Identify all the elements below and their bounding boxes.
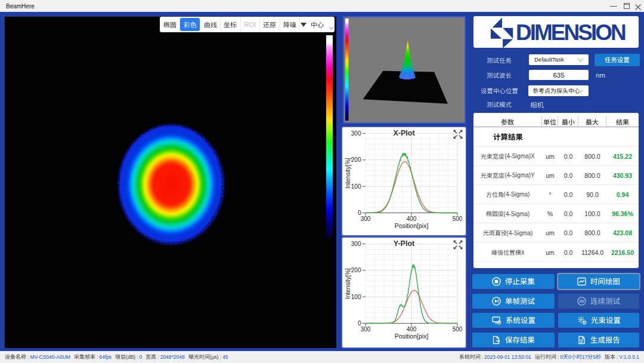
svg-text:Y-Plot: Y-Plot — [394, 239, 415, 248]
svg-text:300: 300 — [361, 216, 371, 222]
svg-text:Position[pix]: Position[pix] — [395, 222, 429, 229]
svg-text:500: 500 — [453, 216, 463, 222]
svg-text:Intensity[%]: Intensity[%] — [345, 158, 351, 189]
svg-text:300: 300 — [351, 130, 361, 137]
svg-text:Position[pix]: Position[pix] — [395, 333, 429, 340]
svg-text:Intensity[%]: Intensity[%] — [345, 268, 351, 299]
svg-text:300: 300 — [361, 326, 371, 333]
svg-text:100: 100 — [351, 294, 361, 300]
svg-text:X-Plot: X-Plot — [393, 129, 415, 137]
svg-text:400: 400 — [407, 216, 417, 222]
svg-text:200: 200 — [351, 267, 361, 273]
svg-text:300: 300 — [351, 241, 361, 247]
svg-text:100: 100 — [351, 183, 361, 190]
svg-text:500: 500 — [453, 326, 463, 333]
svg-text:200: 200 — [351, 156, 361, 163]
svg-text:400: 400 — [407, 326, 417, 333]
